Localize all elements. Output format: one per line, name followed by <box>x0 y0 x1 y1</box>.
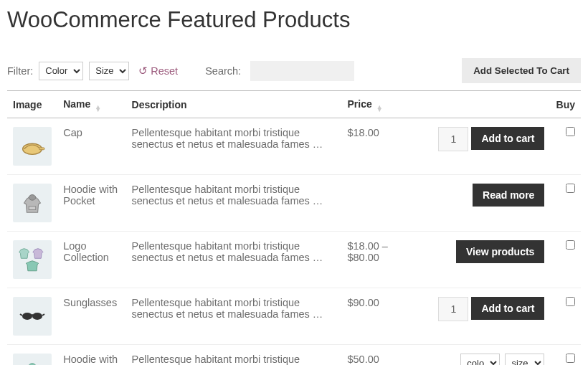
col-action <box>399 91 551 118</box>
variation-color-select[interactable]: color <box>460 354 500 365</box>
product-name: Hoodie with Zipper <box>57 345 125 366</box>
filter-label: Filter: <box>7 65 33 77</box>
buy-checkbox[interactable] <box>566 354 575 363</box>
svg-point-2 <box>29 195 36 201</box>
product-thumbnail[interactable] <box>13 240 52 279</box>
quantity-input[interactable] <box>438 127 468 151</box>
table-row: Logo Collection Pellentesque habitant mo… <box>7 232 581 288</box>
filter-size-select[interactable]: Size <box>89 62 129 80</box>
buy-checkbox[interactable] <box>566 184 575 193</box>
product-name: Cap <box>57 118 125 175</box>
table-row: Hoodie with Zipper Pellentesque habitant… <box>7 345 581 366</box>
products-table: Image Name▲▼ Description Price▲▼ Buy Cap… <box>7 90 581 365</box>
product-actions: Add to cart <box>399 118 551 175</box>
page-title: WooCommerce Featured Products <box>7 7 581 33</box>
sort-icon: ▲▼ <box>376 105 383 112</box>
product-thumbnail[interactable] <box>13 184 52 222</box>
product-thumbnail[interactable] <box>13 297 52 336</box>
reset-label: Reset <box>151 65 178 77</box>
col-price[interactable]: Price▲▼ <box>341 91 399 118</box>
view-button[interactable]: View products <box>456 240 544 263</box>
variation-size-select[interactable]: size <box>505 354 544 365</box>
add-selected-button[interactable]: Add Selected To Cart <box>462 58 581 83</box>
col-price-label: Price <box>347 98 371 110</box>
filter-color-select[interactable]: Color <box>39 62 83 80</box>
table-row: Hoodie with Pocket Pellentesque habitant… <box>7 175 581 232</box>
product-price: $18.00 – $80.00 <box>341 232 399 288</box>
product-thumbnail[interactable] <box>13 354 52 365</box>
col-image: Image <box>7 91 57 118</box>
col-name-label: Name <box>63 98 90 110</box>
undo-icon: ↺ <box>138 65 148 77</box>
reset-button[interactable]: ↺ Reset <box>138 65 178 77</box>
buy-checkbox[interactable] <box>566 297 575 306</box>
quantity-input[interactable] <box>438 297 468 321</box>
col-description: Description <box>126 91 342 118</box>
sort-icon: ▲▼ <box>95 105 101 112</box>
product-name: Logo Collection <box>57 232 125 288</box>
product-name: Hoodie with Pocket <box>57 175 125 232</box>
search-input[interactable] <box>250 61 354 81</box>
product-price: $18.00 <box>341 118 399 175</box>
buy-checkbox[interactable] <box>566 240 575 250</box>
svg-line-7 <box>42 314 44 316</box>
svg-rect-1 <box>39 148 45 150</box>
product-price: $50.00 <box>341 345 399 366</box>
svg-point-4 <box>22 313 32 320</box>
svg-line-6 <box>20 314 22 316</box>
svg-rect-3 <box>29 207 36 210</box>
product-description: Pellentesque habitant morbi tristique se… <box>126 288 342 345</box>
product-price <box>341 175 399 232</box>
toolbar: Filter: Color Size ↺ Reset Search: Add S… <box>7 58 581 83</box>
col-buy: Buy <box>550 91 581 118</box>
product-actions: Read more <box>399 175 551 232</box>
svg-point-5 <box>32 313 42 320</box>
product-description: Pellentesque habitant morbi tristique se… <box>126 345 342 366</box>
read-button[interactable]: Read more <box>473 184 544 207</box>
add-button[interactable]: Add to cart <box>471 297 544 320</box>
search-label: Search: <box>205 65 241 77</box>
col-name[interactable]: Name▲▼ <box>57 91 125 118</box>
product-thumbnail[interactable] <box>13 127 52 166</box>
product-actions: color size Add to cart <box>399 345 551 366</box>
table-row: Cap Pellentesque habitant morbi tristiqu… <box>7 118 581 175</box>
product-description: Pellentesque habitant morbi tristique se… <box>126 118 342 175</box>
product-actions: Add to cart <box>399 288 551 345</box>
add-button[interactable]: Add to cart <box>471 127 544 150</box>
table-row: Sunglasses Pellentesque habitant morbi t… <box>7 288 581 345</box>
product-name: Sunglasses <box>57 288 125 345</box>
product-actions: View products <box>399 232 551 288</box>
product-description: Pellentesque habitant morbi tristique se… <box>126 232 342 288</box>
buy-checkbox[interactable] <box>566 127 575 136</box>
product-price: $90.00 <box>341 288 399 345</box>
product-description: Pellentesque habitant morbi tristique se… <box>126 175 342 232</box>
